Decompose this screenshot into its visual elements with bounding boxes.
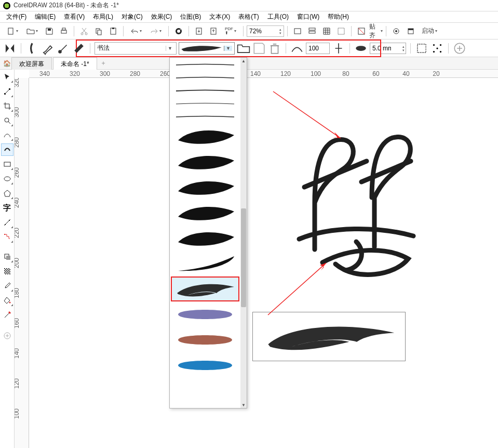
artistic-media-tool[interactable] — [1, 143, 14, 156]
stroke-option-calli-black-5[interactable] — [171, 226, 239, 251]
stroke-width-field[interactable]: ▴▾ — [370, 43, 406, 54]
menu-view[interactable]: 查看(V) — [60, 11, 89, 22]
horizontal-ruler[interactable]: 34032030028026018016014012010080604020 — [29, 70, 498, 78]
add-preset-button[interactable] — [453, 42, 466, 55]
fill-tool[interactable] — [1, 294, 14, 307]
connector-tool[interactable] — [1, 231, 14, 243]
options-preview-button[interactable] — [355, 24, 368, 38]
stroke-option-calli-black-2[interactable] — [171, 149, 239, 174]
show-guides-button[interactable] — [334, 24, 348, 38]
search-content-button[interactable] — [172, 24, 185, 38]
outline-tool[interactable] — [1, 309, 14, 321]
menu-object[interactable]: 对象(C) — [117, 11, 147, 22]
home-icon[interactable]: 🏠 — [1, 58, 12, 69]
stroke-dropdown-scrollbar[interactable]: ▲ ▼ — [240, 58, 247, 408]
smoothing-input[interactable] — [307, 45, 328, 52]
stroke-option-calli-tail-6[interactable] — [171, 251, 239, 276]
print-button[interactable] — [57, 24, 71, 38]
add-tab-button[interactable]: ＋ — [98, 59, 109, 68]
browse-button[interactable] — [237, 42, 250, 55]
stroke-option-color-blue[interactable] — [171, 353, 239, 378]
shape-tool[interactable] — [1, 85, 14, 98]
save-button[interactable] — [43, 24, 56, 38]
eyedropper-tool[interactable] — [1, 280, 14, 292]
launch-button[interactable]: 启动▾ — [419, 24, 440, 38]
menu-text[interactable]: 文本(X) — [205, 11, 234, 22]
zoom-tool[interactable] — [1, 114, 14, 127]
menu-bitmap[interactable]: 位图(B) — [176, 11, 205, 22]
stroke-option-brush-dry-selected[interactable] — [171, 276, 239, 301]
stroke-option-calli-black-4[interactable] — [171, 200, 239, 225]
save-stroke-button[interactable] — [252, 42, 266, 55]
brush-stroke-combo[interactable]: ▼ — [179, 42, 235, 55]
snap-handles-button[interactable] — [430, 42, 444, 55]
parallel-dim-tool[interactable] — [1, 216, 14, 229]
stroke-option-thin-taper-5[interactable] — [171, 111, 239, 123]
brush-button[interactable] — [41, 42, 55, 55]
scroll-up-icon[interactable]: ▲ — [240, 58, 247, 64]
menu-file[interactable]: 文件(F) — [2, 11, 31, 22]
ellipse-tool[interactable] — [1, 173, 14, 185]
menu-layout[interactable]: 布局(L) — [89, 11, 117, 22]
scroll-down-icon[interactable]: ▼ — [240, 402, 247, 408]
stroke-option-thin-line-3[interactable] — [171, 85, 239, 97]
crop-tool[interactable] — [1, 100, 14, 112]
show-grid-button[interactable] — [320, 24, 333, 38]
options-button[interactable] — [389, 24, 403, 38]
new-button[interactable]: ▾ — [3, 24, 22, 38]
transparency-tool[interactable] — [1, 265, 14, 278]
cut-button[interactable] — [77, 24, 91, 38]
stroke-option-thin-gradient-1[interactable] — [171, 59, 239, 71]
stroke-option-color-purple[interactable] — [171, 302, 239, 327]
open-button[interactable]: ▾ — [23, 24, 42, 38]
export-button[interactable] — [207, 24, 220, 38]
pick-tool[interactable] — [1, 71, 14, 83]
menu-window[interactable]: 窗口(W) — [293, 11, 324, 22]
show-rulers-button[interactable] — [305, 24, 319, 38]
vertical-ruler[interactable]: 320300280260240220200180160140120100 — [15, 78, 29, 448]
tab-welcome[interactable]: 欢迎屏幕 — [11, 57, 52, 71]
canvas-area[interactable]: 34032030028026018016014012010080604020 3… — [15, 70, 498, 448]
category-combo[interactable]: 书法 ▼ — [95, 42, 177, 55]
fullscreen-preview-button[interactable] — [291, 24, 304, 38]
menu-table[interactable]: 表格(T) — [234, 11, 263, 22]
smoothing-field[interactable] — [306, 43, 330, 54]
zoom-input[interactable] — [249, 28, 273, 35]
scroll-thumb[interactable] — [241, 208, 246, 307]
preset-stroke-button[interactable] — [25, 42, 39, 55]
expand-toolbox-button[interactable] — [1, 330, 14, 342]
menu-tools[interactable]: 工具(O) — [263, 11, 293, 22]
snap-to-button[interactable]: 贴齐▾ — [369, 24, 383, 38]
bounding-box-button[interactable] — [415, 42, 428, 55]
app-launcher-button[interactable] — [404, 24, 418, 38]
copy-button[interactable] — [92, 24, 105, 38]
brush-stroke-dropdown[interactable]: ▲ ▼ — [169, 57, 247, 409]
drop-shadow-tool[interactable] — [1, 251, 14, 263]
import-button[interactable] — [192, 24, 206, 38]
rectangle-tool[interactable] — [1, 158, 14, 170]
zoom-level-combo[interactable]: ▴▾ — [247, 25, 284, 37]
menu-effects[interactable]: 效果(C) — [147, 11, 177, 22]
menu-help[interactable]: 帮助(H) — [324, 11, 353, 22]
smoothing-slider-button[interactable] — [332, 42, 345, 55]
tab-document[interactable]: 未命名 -1* — [53, 57, 97, 71]
undo-button[interactable]: ▾ — [127, 24, 145, 38]
stroke-option-color-brown[interactable] — [171, 327, 239, 352]
publish-pdf-button[interactable]: PDF⬆▾ — [221, 24, 240, 38]
freehand-tool[interactable] — [1, 129, 14, 141]
mirror-h-button[interactable] — [3, 42, 17, 55]
text-tool[interactable]: 字 — [1, 202, 14, 214]
sprayer-button[interactable] — [57, 42, 70, 55]
stroke-option-calli-black-3[interactable] — [171, 175, 239, 200]
calligraphic-button[interactable] — [72, 42, 86, 55]
delete-stroke-button[interactable] — [268, 42, 281, 55]
stroke-option-thin-taper-4[interactable] — [171, 98, 239, 110]
polygon-tool[interactable] — [1, 187, 14, 200]
menu-edit[interactable]: 编辑(E) — [31, 11, 60, 22]
stroke-option-thin-line-2[interactable] — [171, 72, 239, 84]
paste-button[interactable] — [106, 24, 120, 38]
stroke-width-input[interactable] — [371, 45, 392, 52]
drawing-canvas[interactable] — [29, 78, 498, 448]
stroke-option-calli-black-1[interactable] — [171, 124, 239, 149]
redo-button[interactable]: ▾ — [146, 24, 165, 38]
